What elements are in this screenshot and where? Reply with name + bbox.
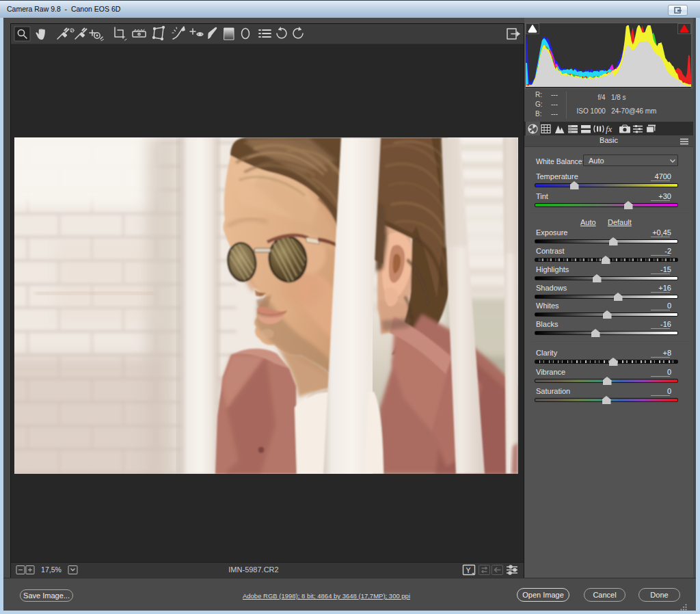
svg-text:17,5%: 17,5% (41, 565, 62, 574)
svg-text:fx: fx (606, 124, 612, 134)
svg-text:Y: Y (466, 566, 470, 574)
svg-text:IMN-5987.CR2: IMN-5987.CR2 (228, 565, 278, 574)
